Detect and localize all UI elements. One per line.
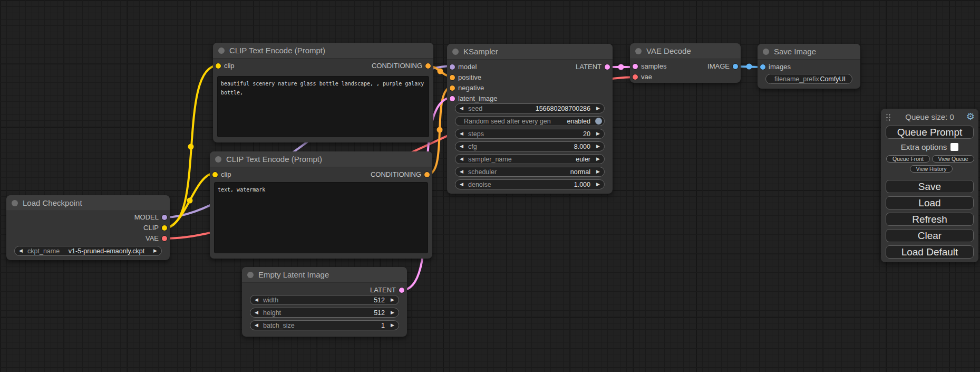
node-title-bar[interactable]: Save Image <box>758 44 860 60</box>
widget-value: 156680208700286 <box>536 105 590 112</box>
node-save-image[interactable]: Save Image images filename_prefix ComfyU… <box>758 44 860 89</box>
steps-widget[interactable]: ◀ steps 20 ▶ <box>455 129 605 139</box>
latent-output-port[interactable] <box>399 288 404 293</box>
link-midpoint-dot <box>438 69 443 74</box>
input-slot-label: positive <box>458 73 481 81</box>
clip-input-port[interactable] <box>212 172 218 177</box>
collapse-dot[interactable] <box>12 200 18 206</box>
decrement-arrow-icon[interactable]: ◀ <box>255 322 258 328</box>
increment-arrow-icon[interactable]: ▶ <box>596 144 600 149</box>
node-clip-text-encode-positive[interactable]: CLIP Text Encode (Prompt) clip CONDITION… <box>213 43 433 142</box>
increment-arrow-icon[interactable]: ▶ <box>391 310 394 315</box>
widget-label: Random seed after every gen <box>464 118 551 125</box>
decrement-arrow-icon[interactable]: ◀ <box>255 310 258 315</box>
clear-button[interactable]: Clear <box>886 229 974 242</box>
denoise-widget[interactable]: ◀ denoise 1.000 ▶ <box>455 179 605 189</box>
conditioning-output-port[interactable] <box>425 63 431 69</box>
samples-input-port[interactable] <box>633 64 638 69</box>
latent-output-port[interactable] <box>605 64 610 70</box>
input-slot-label: samples <box>641 62 666 70</box>
sampler-name-widget[interactable]: ◀ sampler_name euler ▶ <box>455 154 605 164</box>
increment-arrow-icon[interactable]: ▶ <box>391 297 394 302</box>
node-title-bar[interactable]: VAE Decode <box>630 43 741 59</box>
widget-label: denoise <box>468 181 491 188</box>
clip-input-port[interactable] <box>216 63 221 69</box>
queue-front-button[interactable]: Queue Front <box>886 155 930 163</box>
clip-output-port[interactable] <box>162 225 167 231</box>
positive-input-port[interactable] <box>450 75 455 80</box>
save-button[interactable]: Save <box>886 180 974 193</box>
increment-arrow-icon[interactable]: ▶ <box>391 322 394 328</box>
gear-icon[interactable]: ⚙ <box>966 111 975 122</box>
decrement-arrow-icon[interactable]: ◀ <box>460 169 463 174</box>
widget-value: normal <box>570 168 590 176</box>
seed-widget[interactable]: ◀ seed 156680208700286 ▶ <box>455 103 605 113</box>
node-title-bar[interactable]: Load Checkpoint <box>6 195 170 211</box>
collapse-dot[interactable] <box>215 156 221 163</box>
toggle-indicator-icon[interactable] <box>595 118 602 125</box>
increment-arrow-icon[interactable]: ▶ <box>596 106 600 111</box>
node-ksampler[interactable]: KSampler model LATENT positive negative … <box>447 44 613 194</box>
model-output-port[interactable] <box>162 215 167 220</box>
slot-row: MODEL <box>6 212 170 223</box>
node-title-bar[interactable]: CLIP Text Encode (Prompt) <box>210 151 432 167</box>
images-input-port[interactable] <box>760 64 765 70</box>
vae-input-port[interactable] <box>633 74 638 80</box>
ckpt-name-widget[interactable]: ◀ ckpt_name v1-5-pruned-emaonly.ckpt ▶ <box>14 246 162 256</box>
scheduler-widget[interactable]: ◀ scheduler normal ▶ <box>455 167 605 177</box>
vae-output-port[interactable] <box>162 236 167 241</box>
view-history-button[interactable]: View History <box>910 165 953 173</box>
image-output-port[interactable] <box>733 64 738 69</box>
increment-arrow-icon[interactable]: ▶ <box>596 131 600 136</box>
widget-label: filename_prefix <box>774 75 819 83</box>
link-midpoint-dot <box>618 64 624 70</box>
model-input-port[interactable] <box>450 64 455 70</box>
prompt-textarea[interactable]: beautiful scenery nature glass bottle la… <box>217 76 429 137</box>
increment-arrow-icon[interactable]: ▶ <box>596 169 600 174</box>
node-vae-decode[interactable]: VAE Decode samples IMAGE vae <box>630 43 741 83</box>
batch-size-widget[interactable]: ◀ batch_size 1 ▶ <box>250 320 399 330</box>
node-load-checkpoint[interactable]: Load Checkpoint MODEL CLIP VAE ◀ ckpt_na… <box>6 195 170 260</box>
decrement-arrow-icon[interactable]: ◀ <box>255 297 258 302</box>
collapse-dot[interactable] <box>763 49 769 55</box>
decrement-arrow-icon[interactable]: ◀ <box>460 156 463 161</box>
collapse-dot[interactable] <box>452 49 459 55</box>
queue-prompt-button[interactable]: Queue Prompt <box>886 126 974 139</box>
slot-row: LATENT <box>242 285 407 295</box>
negative-input-port[interactable] <box>450 85 455 91</box>
decrement-arrow-icon[interactable]: ◀ <box>460 106 463 111</box>
node-clip-text-encode-negative[interactable]: CLIP Text Encode (Prompt) clip CONDITION… <box>210 151 432 259</box>
node-title-bar[interactable]: CLIP Text Encode (Prompt) <box>213 43 433 59</box>
collapse-dot[interactable] <box>635 48 642 54</box>
load-button[interactable]: Load <box>886 196 974 209</box>
node-title-bar[interactable]: KSampler <box>447 44 613 60</box>
link-midpoint-dot <box>437 127 443 133</box>
node-title-bar[interactable]: Empty Latent Image <box>242 267 407 283</box>
random-seed-toggle-widget[interactable]: Random seed after every gen enabled <box>455 116 605 126</box>
latent-image-input-port[interactable] <box>450 96 455 101</box>
node-empty-latent-image[interactable]: Empty Latent Image LATENT ◀ width 512 ▶ … <box>242 267 407 337</box>
extra-options-checkbox[interactable] <box>950 143 958 151</box>
increment-arrow-icon[interactable]: ▶ <box>153 248 157 253</box>
view-queue-button[interactable]: View Queue <box>932 155 974 163</box>
filename-prefix-widget[interactable]: filename_prefix ComfyUI <box>765 74 852 84</box>
decrement-arrow-icon[interactable]: ◀ <box>460 144 463 149</box>
cfg-widget[interactable]: ◀ cfg 8.000 ▶ <box>455 141 605 151</box>
decrement-arrow-icon[interactable]: ◀ <box>460 131 463 136</box>
slot-row: model LATENT <box>447 62 613 72</box>
decrement-arrow-icon[interactable]: ◀ <box>19 248 23 253</box>
input-slot-label: negative <box>458 84 484 92</box>
collapse-dot[interactable] <box>218 47 225 54</box>
refresh-button[interactable]: Refresh <box>886 213 974 226</box>
collapse-dot[interactable] <box>247 272 254 278</box>
widget-value: 20 <box>583 130 590 138</box>
widget-label: width <box>263 297 278 304</box>
increment-arrow-icon[interactable]: ▶ <box>596 156 600 161</box>
conditioning-output-port[interactable] <box>424 172 430 177</box>
increment-arrow-icon[interactable]: ▶ <box>596 182 600 187</box>
prompt-textarea[interactable]: text, watermark <box>214 182 428 253</box>
decrement-arrow-icon[interactable]: ◀ <box>460 182 463 187</box>
load-default-button[interactable]: Load Default <box>886 245 974 259</box>
width-widget[interactable]: ◀ width 512 ▶ <box>250 295 399 305</box>
height-widget[interactable]: ◀ height 512 ▶ <box>250 308 399 318</box>
